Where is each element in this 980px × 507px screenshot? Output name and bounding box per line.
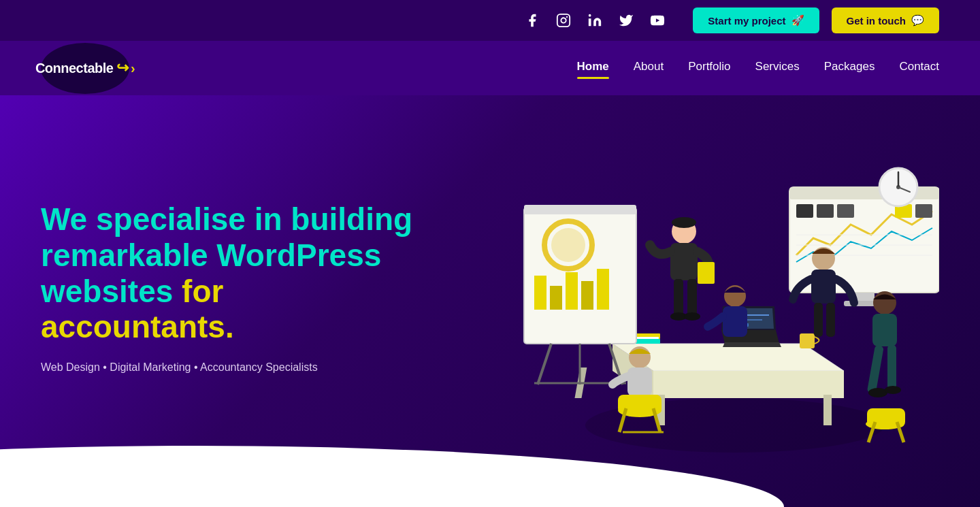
nav-contact[interactable]: Contact — [899, 60, 939, 76]
rocket-icon: 🚀 — [791, 14, 804, 27]
logo: Connectable ↪ › — [41, 43, 129, 94]
svg-rect-41 — [817, 204, 834, 218]
svg-rect-62 — [811, 269, 836, 304]
logo-arrow-icon: ↪ — [116, 59, 129, 77]
social-icons — [523, 11, 667, 30]
nav-portfolio[interactable]: Portfolio — [688, 60, 730, 76]
svg-rect-40 — [796, 204, 813, 218]
nav-about[interactable]: About — [634, 60, 664, 76]
logo-background: Connectable ↪ › — [41, 43, 129, 94]
svg-point-69 — [868, 388, 887, 397]
svg-line-31 — [538, 344, 551, 385]
svg-marker-12 — [723, 342, 781, 347]
hero-subtitle: Web Design • Digital Marketing • Account… — [41, 361, 422, 374]
chat-icon: 💬 — [911, 14, 924, 27]
svg-rect-53 — [670, 243, 698, 280]
hero-title-line1: We specialise in buildingremarkable Word… — [41, 201, 412, 309]
svg-point-24 — [551, 228, 585, 262]
twitter-icon[interactable] — [617, 11, 636, 30]
svg-rect-67 — [867, 345, 884, 393]
svg-rect-30 — [524, 205, 636, 214]
logo-arrow2-icon: › — [131, 61, 135, 76]
linkedin-icon[interactable] — [585, 11, 604, 30]
youtube-icon[interactable] — [648, 11, 667, 30]
svg-marker-6 — [653, 371, 844, 398]
hero-content: We specialise in buildingremarkable Word… — [41, 201, 422, 374]
hero-illustration — [490, 126, 939, 466]
svg-rect-54 — [698, 262, 715, 284]
svg-rect-29 — [597, 269, 609, 310]
logo-text: Connectable ↪ › — [35, 59, 135, 77]
hero-title: We specialise in buildingremarkable Word… — [41, 201, 422, 346]
svg-point-70 — [885, 386, 901, 394]
svg-point-52 — [672, 217, 696, 228]
top-bar: Start my project 🚀 Get in touch 💬 — [0, 0, 980, 41]
svg-rect-66 — [872, 314, 897, 346]
header: Connectable ↪ › Home About Portfolio Ser… — [0, 41, 980, 95]
svg-rect-68 — [887, 345, 896, 389]
svg-rect-55 — [674, 279, 683, 316]
svg-rect-56 — [687, 279, 697, 316]
svg-rect-42 — [837, 204, 854, 218]
svg-rect-28 — [581, 281, 593, 310]
svg-rect-63 — [814, 303, 823, 337]
svg-point-2 — [589, 14, 591, 17]
nav-services[interactable]: Services — [755, 60, 800, 76]
office-illustration-svg — [490, 126, 939, 466]
svg-rect-25 — [534, 276, 546, 310]
svg-rect-64 — [826, 303, 835, 337]
nav-home[interactable]: Home — [577, 60, 609, 76]
main-nav: Home About Portfolio Services Packages C… — [577, 60, 940, 76]
start-project-button[interactable]: Start my project 🚀 — [693, 7, 819, 33]
svg-rect-9 — [823, 395, 832, 425]
svg-rect-44 — [915, 204, 932, 218]
svg-point-58 — [684, 312, 700, 321]
btn-touch-label: Get in touch — [847, 15, 906, 27]
svg-rect-18 — [800, 333, 815, 348]
svg-rect-27 — [566, 272, 578, 310]
instagram-icon[interactable] — [554, 11, 573, 30]
svg-rect-60 — [723, 306, 747, 337]
btn-start-label: Start my project — [708, 15, 785, 27]
get-in-touch-button[interactable]: Get in touch 💬 — [832, 7, 940, 33]
svg-rect-26 — [550, 286, 562, 310]
hero-section: We specialise in buildingremarkable Word… — [0, 95, 980, 507]
svg-rect-0 — [557, 14, 570, 27]
nav-packages[interactable]: Packages — [824, 60, 875, 76]
facebook-icon[interactable] — [523, 11, 542, 30]
svg-rect-72 — [627, 367, 652, 396]
